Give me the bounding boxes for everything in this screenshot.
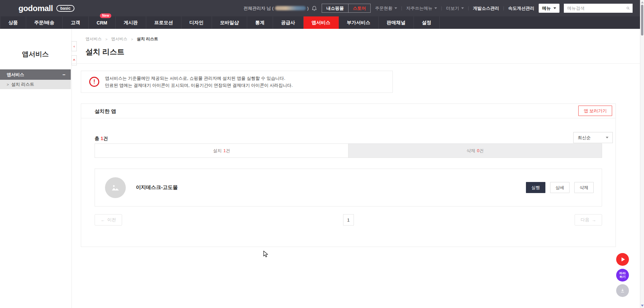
nav-item-design[interactable]: 디자인	[181, 16, 212, 29]
divider	[401, 6, 402, 10]
tab-deleted[interactable]: 삭제 0건	[348, 143, 602, 158]
frequent-menu-dropdown[interactable]: 자주쓰는메뉴	[406, 5, 437, 11]
chevron-down-icon	[553, 7, 556, 9]
nav-item-mobileshop[interactable]: 모바일샵	[212, 16, 247, 29]
masked-admin-id	[275, 6, 306, 10]
scrollbar-down-arrow[interactable]	[641, 305, 644, 307]
vertical-scrollbar[interactable]	[640, 0, 644, 308]
sidebar: 앱서비스 앱서비스 − > 설치 리스트	[0, 29, 71, 308]
sort-select[interactable]: 최신순	[573, 132, 613, 143]
mall-button-group: 내쇼핑몰 스토어	[322, 4, 371, 13]
play-icon	[622, 257, 625, 261]
delete-button[interactable]: 삭제	[574, 182, 594, 193]
mouse-cursor	[263, 251, 270, 258]
nav-item-orders[interactable]: 주문/배송	[26, 16, 63, 29]
scroll-download-button[interactable]	[616, 284, 629, 297]
store-button[interactable]: 스토어	[348, 4, 370, 12]
my-mall-button[interactable]: 내쇼핑몰	[322, 4, 348, 12]
detail-button[interactable]: 상세	[550, 182, 570, 193]
breadcrumb-level2[interactable]: 앱서비스	[111, 36, 127, 42]
notice-line-2: 만료된 앱에는 결제대기 아이콘이 표시되며, 이용기간이 연장되면 결제대기 …	[105, 82, 293, 89]
godomall-logo: godomall	[18, 4, 53, 13]
app-actions: 실행 상세 삭제	[526, 182, 594, 193]
admin-label-prefix: 전체관리자 님 (	[244, 5, 274, 11]
sidebar-item-install-list[interactable]: > 설치 리스트	[0, 80, 71, 89]
status-tabs: 설치 1건 삭제 0건	[95, 143, 602, 158]
prev-page-button[interactable]: ← 이전	[95, 214, 122, 226]
new-badge: New	[100, 13, 112, 18]
nav-item-appservice[interactable]: 앱서비스	[304, 16, 339, 29]
app-name: 이지데스크-고도몰	[136, 184, 178, 191]
arrow-right-icon: →	[592, 218, 596, 223]
nav-item-addon-service[interactable]: 부가서비스	[339, 16, 379, 29]
panel-header: 설치한 앱 앱 보러가기	[81, 104, 615, 118]
breadcrumb-separator: >	[131, 37, 133, 41]
pagination: ← 이전 1 다음 →	[95, 214, 602, 226]
nav-item-crm[interactable]: CRM New	[89, 16, 116, 29]
topbar-right: 전체관리자 님 ( ) 내쇼핑몰 스토어 주문현황 자주쓰는메뉴	[244, 4, 633, 13]
youtube-button[interactable]	[616, 253, 629, 266]
scrollbar-up-arrow[interactable]	[641, 1, 644, 3]
page-number[interactable]: 1	[343, 214, 354, 226]
top-header: godomall basic 전체관리자 님 ( ) 내쇼핑몰 스토어 주문현황	[0, 0, 644, 16]
run-button[interactable]: 실행	[526, 182, 545, 193]
scroll-top-handle[interactable]: ^	[71, 55, 77, 65]
more-dropdown[interactable]: 더보기	[446, 5, 464, 11]
menu-search-box	[564, 4, 633, 13]
warning-icon: !	[89, 77, 99, 87]
total-count-number: 1	[101, 136, 103, 141]
nav-item-sales-channel[interactable]: 판매채널	[379, 16, 414, 29]
app-row: 이지데스크-고도몰 실행 상세 삭제	[95, 169, 602, 206]
tab-installed[interactable]: 설치 1건	[95, 143, 348, 158]
total-count: 총 1건	[95, 136, 108, 142]
scrollbar-thumb[interactable]	[641, 5, 643, 36]
dev-source-link[interactable]: 개발소스관리	[473, 5, 499, 11]
admin-label-suffix: )	[307, 6, 309, 11]
sort-selected-value: 최신순	[578, 135, 591, 141]
nav-item-promotion[interactable]: 프로모션	[146, 16, 181, 29]
menu-search-input[interactable]	[567, 6, 626, 11]
divider	[468, 6, 469, 10]
notice-line-1: 앱서비스는 기준몰에만 제공되는 서비스로, 쇼핑몰 관리자에 설치된 앱을 실…	[105, 75, 293, 82]
basic-badge: basic	[56, 5, 75, 12]
next-page-button[interactable]: 다음 →	[575, 214, 602, 226]
nav-item-settings[interactable]: 설정	[414, 16, 440, 29]
breadcrumb-separator: >	[105, 37, 107, 41]
breadcrumb-level1[interactable]: 앱서비스	[86, 36, 102, 42]
nav-item-board[interactable]: 게시판	[116, 16, 146, 29]
speed-improve-link[interactable]: 속도개선관리	[508, 5, 534, 11]
breadcrumb: 앱서비스 > 앱서비스 > 설치 리스트	[86, 36, 158, 42]
app-window: godomall basic 전체관리자 님 ( ) 내쇼핑몰 스토어 주문현황	[0, 0, 644, 308]
nav-item-products[interactable]: 상품	[0, 16, 26, 29]
sidebar-group-appservice[interactable]: 앱서비스 −	[0, 69, 71, 80]
sidebar-collapse-handle[interactable]: ‹	[71, 41, 77, 51]
admin-info: 전체관리자 님 ( )	[244, 5, 317, 11]
sidebar-title: 앱서비스	[0, 50, 71, 59]
nav-item-customers[interactable]: 고객	[63, 16, 89, 29]
menu-dropdown-button[interactable]: 메뉴	[539, 4, 559, 13]
chevron-down-icon	[606, 137, 608, 138]
main-nav: 상품 주문/배송 고객 CRM New 게시판 프로모션 디자인 모바일샵 통계…	[0, 16, 644, 29]
search-icon[interactable]	[626, 6, 630, 11]
chevron-right-icon: >	[7, 82, 9, 86]
notice-box: ! 앱서비스는 기준몰에만 제공되는 서비스로, 쇼핑몰 관리자에 설치된 앱을…	[81, 71, 393, 93]
sidebar-divider	[71, 29, 72, 308]
collapse-minus-icon[interactable]: −	[62, 72, 65, 77]
view-apps-button[interactable]: 앱 보러가기	[578, 106, 612, 116]
chevron-down-icon	[461, 7, 464, 9]
panel-title: 설치한 앱	[95, 108, 116, 115]
nav-item-statistics[interactable]: 통계	[247, 16, 273, 29]
notice-text: 앱서비스는 기준몰에만 제공되는 서비스로, 쇼핑몰 관리자에 설치된 앱을 실…	[105, 75, 293, 89]
image-icon	[110, 183, 120, 193]
chevron-down-icon	[394, 7, 397, 9]
follow-along-button[interactable]: 따라 하기	[616, 269, 629, 282]
bell-icon[interactable]	[311, 5, 317, 11]
page-title: 설치 리스트	[86, 47, 124, 57]
app-avatar	[105, 177, 126, 198]
arrow-left-icon: ←	[101, 218, 105, 223]
nav-item-suppliers[interactable]: 공급사	[273, 16, 304, 29]
order-status-dropdown[interactable]: 주문현황	[375, 5, 397, 11]
chevron-down-icon	[434, 7, 437, 9]
breadcrumb-current: 설치 리스트	[137, 36, 158, 42]
divider	[503, 6, 504, 10]
